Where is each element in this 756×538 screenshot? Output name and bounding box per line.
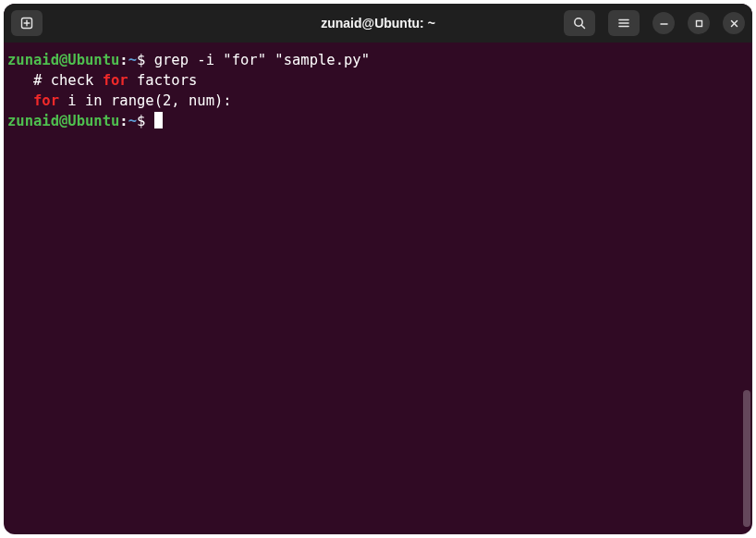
output-line-1: # check for factors xyxy=(7,70,749,91)
prompt-user-host: zunaid@Ubuntu xyxy=(7,113,119,129)
command-text: grep -i "for" "sample.py" xyxy=(145,52,370,68)
search-icon xyxy=(572,16,587,31)
prompt-path: ~ xyxy=(128,113,137,129)
command-line: zunaid@Ubuntu:~$ grep -i "for" "sample.p… xyxy=(7,50,749,70)
maximize-icon xyxy=(694,18,704,29)
prompt-path: ~ xyxy=(128,52,137,68)
titlebar-right-group xyxy=(564,10,745,36)
maximize-button[interactable] xyxy=(688,12,710,34)
minimize-icon xyxy=(659,18,669,29)
terminal-body[interactable]: zunaid@Ubuntu:~$ grep -i "for" "sample.p… xyxy=(4,43,752,534)
cursor xyxy=(154,112,163,128)
window-title: zunaid@Ubuntu: ~ xyxy=(321,16,435,31)
grep-match: for xyxy=(103,72,128,89)
titlebar-left-group xyxy=(11,10,43,36)
output-text: factors xyxy=(128,72,198,89)
svg-line-4 xyxy=(581,25,584,28)
output-text: i in range(2, num): xyxy=(59,92,232,109)
output-text: # check xyxy=(7,72,103,89)
new-tab-button[interactable] xyxy=(11,10,43,36)
prompt-colon: : xyxy=(119,52,128,68)
menu-icon xyxy=(616,16,631,31)
prompt-line: zunaid@Ubuntu:~$ xyxy=(7,111,749,131)
scrollbar-thumb[interactable] xyxy=(743,390,750,527)
svg-rect-9 xyxy=(696,20,701,26)
prompt-dollar: $ xyxy=(137,52,145,68)
prompt-colon: : xyxy=(119,113,128,129)
prompt-dollar: $ xyxy=(137,113,145,129)
terminal-window: zunaid@Ubuntu: ~ xyxy=(4,4,752,534)
output-line-2: for i in range(2, num): xyxy=(7,91,749,111)
close-icon xyxy=(729,18,739,29)
minimize-button[interactable] xyxy=(652,12,675,34)
new-tab-icon xyxy=(19,16,34,31)
search-button[interactable] xyxy=(564,10,595,36)
menu-button[interactable] xyxy=(608,10,640,36)
titlebar: zunaid@Ubuntu: ~ xyxy=(4,4,752,43)
grep-match: for xyxy=(33,92,59,109)
output-text xyxy=(7,92,33,109)
prompt-user-host: zunaid@Ubuntu xyxy=(7,52,119,68)
close-button[interactable] xyxy=(723,12,745,34)
